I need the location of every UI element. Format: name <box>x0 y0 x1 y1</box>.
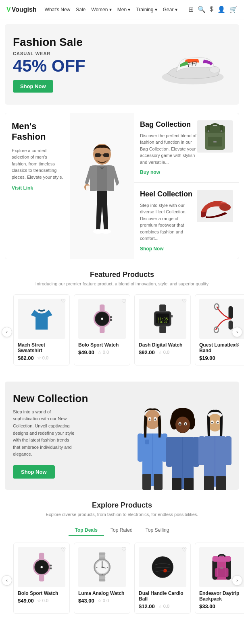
explore-price-1: $49.00 <box>18 598 34 604</box>
explore-img-ball <box>139 547 186 587</box>
svg-rect-19 <box>220 125 223 131</box>
logo[interactable]: V Vougish <box>6 6 37 13</box>
svg-rect-80 <box>216 476 226 490</box>
cardio-ball-svg <box>144 551 181 583</box>
nc-description: Step into a world of sophistication with… <box>13 409 77 458</box>
nav-gear[interactable]: Gear ▾ <box>163 7 177 12</box>
svg-rect-30 <box>110 316 112 318</box>
featured-carousel-next[interactable]: › <box>232 327 242 337</box>
svg-rect-112 <box>220 555 223 556</box>
mens-left-panel: Men's Fashion Explore a curated selectio… <box>5 113 70 259</box>
tab-top-rated[interactable]: Top Rated <box>104 525 139 536</box>
explore-title: Explore Products <box>6 501 238 510</box>
nc-text-block: New Collection Step into a world of soph… <box>5 382 110 490</box>
svg-rect-111 <box>220 568 223 569</box>
svg-point-6 <box>209 66 219 73</box>
models-svg <box>114 401 235 490</box>
nav-whats-new[interactable]: What's New <box>45 7 71 12</box>
bag-svg <box>199 122 231 152</box>
svg-rect-78 <box>225 436 231 465</box>
bag-title: Bag Collection <box>140 120 197 129</box>
svg-text:TUE 22: TUE 22 <box>158 320 167 323</box>
svg-rect-99 <box>107 567 108 568</box>
svg-rect-97 <box>102 574 102 575</box>
tab-top-selling[interactable]: Top Selling <box>139 525 176 536</box>
heel-text: Heel Collection Step into style with our… <box>140 190 197 252</box>
heel-image <box>197 190 233 222</box>
product-price-row-2: $49.00 ☆ 0.0 <box>78 349 126 355</box>
man-figure-svg <box>74 142 130 259</box>
explore-carousel-prev[interactable]: ‹ <box>2 575 12 586</box>
explore-bolo-watch-svg <box>23 551 60 583</box>
svg-rect-89 <box>99 555 105 557</box>
svg-rect-21 <box>221 130 222 132</box>
product-name-2: Bolo Sport Watch <box>78 342 126 348</box>
svg-rect-92 <box>99 577 105 579</box>
explore-wishlist-icon-3[interactable]: ♡ <box>182 546 187 553</box>
cart-icon[interactable]: 🛒 <box>229 6 238 13</box>
heel-collection-item: Heel Collection Step into style with our… <box>134 183 239 259</box>
product-rating-3: ☆ 0.0 <box>158 350 169 355</box>
explore-price-4: $33.00 <box>199 603 215 609</box>
search-icon[interactable]: 🔍 <box>198 6 206 13</box>
product-img-bolo <box>78 299 126 339</box>
hero-shop-now-button[interactable]: Shop Now <box>13 80 53 93</box>
product-price-3: $92.00 <box>139 349 155 355</box>
svg-point-74 <box>217 422 219 423</box>
product-name-4: Quest Lumatlex® Band <box>199 342 244 353</box>
explore-img-bolo <box>18 547 65 587</box>
svg-point-102 <box>101 567 103 568</box>
explore-price-row-1: $49.00 ☆ 0.0 <box>18 598 65 604</box>
explore-carousel-next[interactable]: › <box>232 575 242 586</box>
mens-right-panel: Bag Collection Discover the perfect blen… <box>134 113 239 259</box>
product-price-2: $49.00 <box>78 349 94 355</box>
product-name-1: Mach Street Sweatshirt <box>18 342 65 353</box>
grid-icon[interactable]: ⊞ <box>188 6 194 13</box>
nav-sale[interactable]: Sale <box>76 7 86 12</box>
nc-title: New Collection <box>13 393 102 405</box>
svg-rect-93 <box>99 579 105 582</box>
svg-rect-109 <box>212 556 231 562</box>
heel-shop-link[interactable]: Shop Now <box>140 246 164 252</box>
svg-rect-33 <box>159 326 166 333</box>
svg-point-48 <box>154 418 156 420</box>
explore-rating-1: ☆ 0.0 <box>37 598 48 603</box>
wishlist-icon-2[interactable]: ♡ <box>121 298 127 304</box>
product-price-1: $62.00 <box>18 355 34 361</box>
featured-subtitle: Introducing our premier feature product,… <box>6 281 238 287</box>
wishlist-icon-3[interactable]: ♡ <box>182 298 187 304</box>
currency-icon[interactable]: $ <box>210 6 213 13</box>
explore-header: Explore Products Explore diverse product… <box>0 490 244 521</box>
bag-buy-link[interactable]: Buy now <box>140 169 160 175</box>
explore-wishlist-icon-2[interactable]: ♡ <box>121 546 127 553</box>
logo-text: Vougish <box>12 6 37 13</box>
mens-fashion-section: Men's Fashion Explore a curated selectio… <box>5 113 239 259</box>
explore-product-name-3: Dual Handle Cardio Ball <box>139 590 186 602</box>
featured-carousel-prev[interactable]: ‹ <box>2 327 12 337</box>
svg-rect-88 <box>99 553 105 555</box>
hero-banner: Fashion Sale CASUAL WEAR 45% OFF Shop No… <box>5 24 239 105</box>
svg-point-47 <box>149 418 150 420</box>
explore-wishlist-icon-1[interactable]: ♡ <box>61 546 66 553</box>
account-icon[interactable]: 👤 <box>217 6 225 13</box>
svg-point-24 <box>219 204 231 211</box>
svg-rect-32 <box>159 305 166 312</box>
nc-models-image <box>110 382 239 490</box>
navbar: V Vougish What's New Sale Women ▾ Men ▾ … <box>0 0 244 19</box>
svg-point-63 <box>185 423 186 425</box>
nav-men[interactable]: Men ▾ <box>117 7 131 12</box>
product-rating-1: ☆ 0.0 <box>37 355 48 361</box>
nav-women[interactable]: Women ▾ <box>91 7 111 12</box>
nc-shop-now-button[interactable]: Shop Now <box>13 465 55 479</box>
product-name-3: Dash Digital Watch <box>139 342 186 348</box>
heel-title: Heel Collection <box>140 190 197 199</box>
luma-watch-svg <box>83 551 121 583</box>
product-card-sweatshirt: ♡ Mach Street Sweatshirt $62.00 ☆ 0.0 <box>13 294 70 365</box>
explore-product-bolo: ♡ Bolo Sport Watch $49.00 ☆ 0.0 <box>13 543 70 614</box>
svg-rect-110 <box>215 568 229 577</box>
mens-visit-link[interactable]: Visit Link <box>12 185 63 191</box>
dash-watch-svg: 11:35 TUE 22 <box>144 303 181 335</box>
wishlist-icon-1[interactable]: ♡ <box>61 298 66 304</box>
tab-top-deals[interactable]: Top Deals <box>69 525 104 536</box>
nav-training[interactable]: Training ▾ <box>136 7 157 12</box>
